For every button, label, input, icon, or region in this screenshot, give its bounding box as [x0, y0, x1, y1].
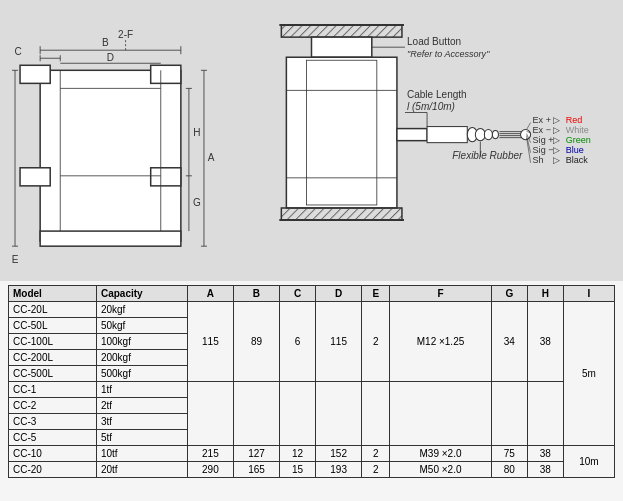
cell-i: 5m — [563, 302, 614, 446]
cell-model: CC-2 — [9, 398, 97, 414]
svg-text:A: A — [208, 152, 215, 163]
col-header-a: A — [187, 286, 233, 302]
svg-rect-46 — [427, 127, 467, 143]
cell-i: 10m — [563, 446, 614, 478]
svg-rect-42 — [306, 60, 376, 205]
table-row: CC-2020tf290165151932M50 ×2.08038 — [9, 462, 615, 478]
svg-rect-56 — [281, 208, 402, 220]
cell-capacity: 200kgf — [96, 350, 187, 366]
cell-dim: 80 — [491, 462, 527, 478]
col-header-e: E — [362, 286, 390, 302]
svg-text:G: G — [193, 197, 201, 208]
svg-text:l (5m/10m): l (5m/10m) — [407, 101, 455, 112]
svg-text:Black: Black — [566, 155, 589, 165]
svg-text:Green: Green — [566, 135, 591, 145]
col-header-model: Model — [9, 286, 97, 302]
diagram-section: B 2-F C D E H A — [0, 0, 623, 281]
svg-text:Sig −: Sig − — [533, 145, 554, 155]
svg-text:Cable Length: Cable Length — [407, 89, 467, 100]
col-header-b: B — [233, 286, 279, 302]
svg-text:White: White — [566, 125, 589, 135]
col-header-g: G — [491, 286, 527, 302]
svg-text:"Refer to Accessory": "Refer to Accessory" — [407, 49, 490, 59]
cell-dim: 290 — [187, 462, 233, 478]
col-header-c: C — [280, 286, 316, 302]
svg-text:▷: ▷ — [553, 145, 560, 155]
col-header-d: D — [316, 286, 362, 302]
cell-model: CC-3 — [9, 414, 97, 430]
cell-capacity: 20kgf — [96, 302, 187, 318]
svg-text:Red: Red — [566, 115, 583, 125]
svg-text:E: E — [12, 254, 19, 265]
svg-rect-2 — [20, 168, 50, 186]
cell-dim — [491, 382, 527, 446]
cell-dim: 2 — [362, 302, 390, 382]
cell-dim — [280, 382, 316, 446]
cell-dim: 38 — [527, 302, 563, 382]
cell-capacity: 20tf — [96, 462, 187, 478]
svg-text:D: D — [107, 52, 114, 63]
main-container: B 2-F C D E H A — [0, 0, 623, 501]
cell-dim — [527, 382, 563, 446]
cell-dim: 15 — [280, 462, 316, 478]
cell-dim: 115 — [316, 302, 362, 382]
svg-rect-45 — [397, 129, 427, 141]
svg-text:2-F: 2-F — [118, 29, 133, 40]
svg-rect-40 — [312, 37, 372, 57]
cell-dim: M50 ×2.0 — [390, 462, 491, 478]
technical-drawing: B 2-F C D E H A — [10, 10, 613, 271]
col-header-h: H — [527, 286, 563, 302]
cell-dim: 34 — [491, 302, 527, 382]
cell-dim: 193 — [316, 462, 362, 478]
cell-model: CC-50L — [9, 318, 97, 334]
col-header-capacity: Capacity — [96, 286, 187, 302]
svg-rect-1 — [20, 65, 50, 83]
cell-model: CC-10 — [9, 446, 97, 462]
cell-capacity: 5tf — [96, 430, 187, 446]
svg-text:Blue: Blue — [566, 145, 584, 155]
cell-dim: 2 — [362, 446, 390, 462]
cell-capacity: 3tf — [96, 414, 187, 430]
cell-model: CC-1 — [9, 382, 97, 398]
svg-text:Sh: Sh — [533, 155, 544, 165]
cell-capacity: 100kgf — [96, 334, 187, 350]
svg-text:Ex +: Ex + — [533, 115, 551, 125]
svg-text:C: C — [14, 46, 21, 57]
svg-text:Load Button: Load Button — [407, 36, 461, 47]
cell-capacity: 2tf — [96, 398, 187, 414]
col-header-i: I — [563, 286, 614, 302]
cell-dim: 6 — [280, 302, 316, 382]
svg-text:Sig +: Sig + — [533, 135, 554, 145]
svg-text:Ex −: Ex − — [533, 125, 551, 135]
svg-rect-9 — [40, 231, 181, 246]
cell-capacity: 50kgf — [96, 318, 187, 334]
svg-point-55 — [521, 130, 531, 140]
cell-dim: M12 ×1.25 — [390, 302, 491, 382]
cell-model: CC-20 — [9, 462, 97, 478]
cell-capacity: 1tf — [96, 382, 187, 398]
cell-dim — [233, 382, 279, 446]
table-row: CC-20L20kgf1158961152M12 ×1.2534385m — [9, 302, 615, 318]
cell-dim: 165 — [233, 462, 279, 478]
cell-dim: 38 — [527, 446, 563, 462]
cell-dim: 89 — [233, 302, 279, 382]
dimensions-table: Model Capacity A B C D E F G H I CC-20L2… — [8, 285, 615, 478]
svg-rect-0 — [40, 70, 181, 241]
cell-dim: 152 — [316, 446, 362, 462]
svg-point-50 — [492, 131, 498, 139]
cell-model: CC-20L — [9, 302, 97, 318]
table-row: CC-11tf — [9, 382, 615, 398]
cell-dim: 127 — [233, 446, 279, 462]
svg-text:Flexible Rubber: Flexible Rubber — [452, 150, 523, 161]
svg-text:▷: ▷ — [553, 155, 560, 165]
cell-model: CC-200L — [9, 350, 97, 366]
cell-dim: 75 — [491, 446, 527, 462]
cell-model: CC-500L — [9, 366, 97, 382]
svg-text:▷: ▷ — [553, 135, 560, 145]
svg-text:▷: ▷ — [553, 125, 560, 135]
cell-model: CC-100L — [9, 334, 97, 350]
svg-rect-3 — [151, 65, 181, 83]
cell-dim: 38 — [527, 462, 563, 478]
cell-dim: M39 ×2.0 — [390, 446, 491, 462]
cell-dim: 215 — [187, 446, 233, 462]
